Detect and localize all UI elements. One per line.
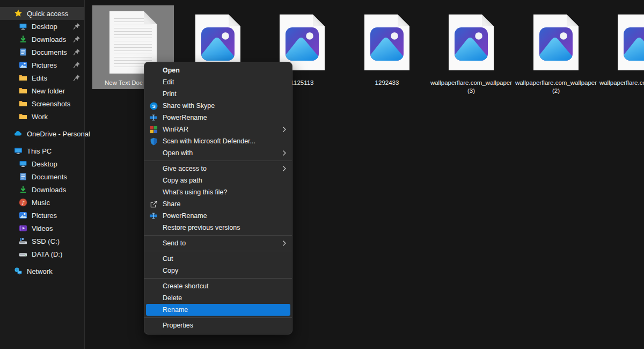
menu-item-label: WinRAR xyxy=(163,126,188,133)
pictures-icon xyxy=(19,211,27,220)
menu-item-cut[interactable]: Cut xyxy=(144,253,292,265)
menu-item-label: Open with xyxy=(163,149,193,157)
menu-item-open[interactable]: Open xyxy=(144,64,292,76)
file-tile-wallpaper-3[interactable]: wallpaperflare.com_wallpaper (3) xyxy=(430,5,512,89)
menu-item-delete[interactable]: Delete xyxy=(144,292,292,304)
menu-item-print[interactable]: Print xyxy=(144,88,292,100)
sidebar-item-music[interactable]: ♪ Music xyxy=(0,196,84,209)
chevron-right-icon xyxy=(282,126,287,134)
powerrename-icon xyxy=(149,212,158,220)
page-fold xyxy=(229,14,240,26)
photo-glyph-icon xyxy=(624,27,644,61)
star-icon xyxy=(14,9,23,18)
menu-item-whats-using-this-file[interactable]: What's using this file? xyxy=(144,186,292,198)
svg-text:S: S xyxy=(152,103,155,108)
sidebar-item-label: Network xyxy=(27,267,53,275)
sidebar-item-data-d[interactable]: DATA (D:) xyxy=(0,248,84,260)
menu-item-copy[interactable]: Copy xyxy=(144,265,292,277)
menu-item-restore-previous-versions[interactable]: Restore previous versions xyxy=(144,222,292,234)
menu-item-label: Share xyxy=(163,200,180,208)
sidebar-item-documents-qa[interactable]: Documents xyxy=(0,46,84,59)
sidebar-item-edits[interactable]: Edits xyxy=(0,71,84,84)
sidebar-item-label: DATA (D:) xyxy=(32,250,62,258)
menu-item-powerrename-2[interactable]: PowerRename xyxy=(144,210,292,222)
sidebar-item-quick-access[interactable]: Quick access xyxy=(0,7,84,20)
photo-glyph-icon xyxy=(201,27,235,61)
sidebar-item-label: Music xyxy=(32,199,50,207)
page-fold xyxy=(144,11,157,24)
sidebar-item-work[interactable]: Work xyxy=(0,110,84,123)
onedrive-icon xyxy=(14,129,23,138)
file-tile-wallpaper-clipped[interactable]: wallpaperflare.com_wallpaper xyxy=(599,5,644,89)
menu-item-label: Copy as path xyxy=(163,177,202,184)
menu-item-label: Give access to xyxy=(163,165,207,172)
sidebar-item-label: Desktop xyxy=(32,160,57,168)
page-fold xyxy=(398,14,409,26)
menu-item-label: Delete xyxy=(163,294,182,302)
file-name: wallpaperflare.com_wallpaper (3) xyxy=(429,79,513,95)
sidebar-item-this-pc[interactable]: This PC xyxy=(0,144,84,157)
file-name: wallpaperflare.com_wallpaper xyxy=(598,79,644,87)
sidebar-item-onedrive[interactable]: OneDrive - Personal xyxy=(0,127,84,140)
folder-icon xyxy=(19,112,27,121)
menu-separator xyxy=(144,317,292,318)
sidebar-item-documents-pc[interactable]: Documents xyxy=(0,170,84,183)
menu-item-share[interactable]: Share xyxy=(144,198,292,210)
menu-item-winrar[interactable]: WinRAR xyxy=(144,123,292,135)
menu-item-powerrename[interactable]: PowerRename xyxy=(144,112,292,123)
winrar-icon xyxy=(149,125,158,134)
menu-item-create-shortcut[interactable]: Create shortcut xyxy=(144,280,292,292)
menu-item-scan-with-defender[interactable]: Scan with Microsoft Defender... xyxy=(144,135,292,147)
photo-glyph-icon xyxy=(539,27,573,61)
defender-shield-icon xyxy=(149,137,158,146)
skype-icon: S xyxy=(149,101,158,110)
sidebar-item-new-folder[interactable]: New folder xyxy=(0,84,84,97)
pin-icon xyxy=(73,61,80,69)
sidebar-item-label: Desktop xyxy=(32,23,57,31)
downloads-icon xyxy=(19,185,27,194)
menu-separator xyxy=(144,278,292,279)
sidebar-item-desktop-pc[interactable]: Desktop xyxy=(0,157,84,170)
sidebar-item-label: Pictures xyxy=(32,212,57,220)
sidebar-item-pictures-pc[interactable]: Pictures xyxy=(0,209,84,222)
sidebar-item-label: OneDrive - Personal xyxy=(27,130,90,138)
sidebar-item-videos[interactable]: Videos xyxy=(0,222,84,235)
sidebar-item-screenshots[interactable]: Screenshots xyxy=(0,97,84,110)
image-file-icon xyxy=(533,14,579,70)
sidebar-item-label: This PC xyxy=(27,147,52,155)
chevron-right-icon xyxy=(282,240,287,248)
sidebar-item-pictures-qa[interactable]: Pictures xyxy=(0,59,84,71)
image-file-icon xyxy=(364,14,409,70)
sidebar-item-ssd-c[interactable]: SSD (C:) xyxy=(0,235,84,248)
menu-item-give-access-to[interactable]: Give access to xyxy=(144,163,292,174)
sidebar-item-downloads-qa[interactable]: Downloads xyxy=(0,33,84,46)
menu-separator xyxy=(144,251,292,251)
sidebar-item-label: Pictures xyxy=(32,61,57,69)
page-fold xyxy=(567,14,579,26)
pin-icon xyxy=(73,35,80,43)
sidebar-item-desktop-qa[interactable]: Desktop xyxy=(0,20,84,33)
sidebar-item-downloads-pc[interactable]: Downloads xyxy=(0,183,84,196)
menu-item-edit[interactable]: Edit xyxy=(144,76,292,88)
menu-item-rename[interactable]: Rename xyxy=(146,304,290,316)
menu-item-properties[interactable]: Properties xyxy=(144,319,292,331)
file-name: wallpaperflare.com_wallpaper (2) xyxy=(514,79,598,95)
menu-item-send-to[interactable]: Send to xyxy=(144,237,292,249)
file-tile-wallpaper-2[interactable]: wallpaperflare.com_wallpaper (2) xyxy=(515,5,597,89)
file-tile-1292433[interactable]: 1292433 xyxy=(346,5,428,89)
chevron-right-icon xyxy=(282,165,287,173)
pin-icon xyxy=(73,74,80,82)
menu-item-label: Scan with Microsoft Defender... xyxy=(163,137,255,145)
desktop-icon xyxy=(19,22,27,31)
navigation-pane: Quick access Desktop Downloads Documents xyxy=(0,0,85,349)
menu-item-share-with-skype[interactable]: S Share with Skype xyxy=(144,100,292,112)
sidebar-item-label: SSD (C:) xyxy=(32,237,60,245)
sidebar-item-network[interactable]: Network xyxy=(0,265,84,278)
menu-item-open-with[interactable]: Open with xyxy=(144,147,292,159)
menu-separator xyxy=(144,235,292,236)
page-fold xyxy=(482,14,494,26)
sidebar-gap xyxy=(0,140,84,144)
sidebar-item-label: Downloads xyxy=(32,35,66,43)
documents-icon xyxy=(19,172,27,181)
menu-item-copy-as-path[interactable]: Copy as path xyxy=(144,174,292,186)
